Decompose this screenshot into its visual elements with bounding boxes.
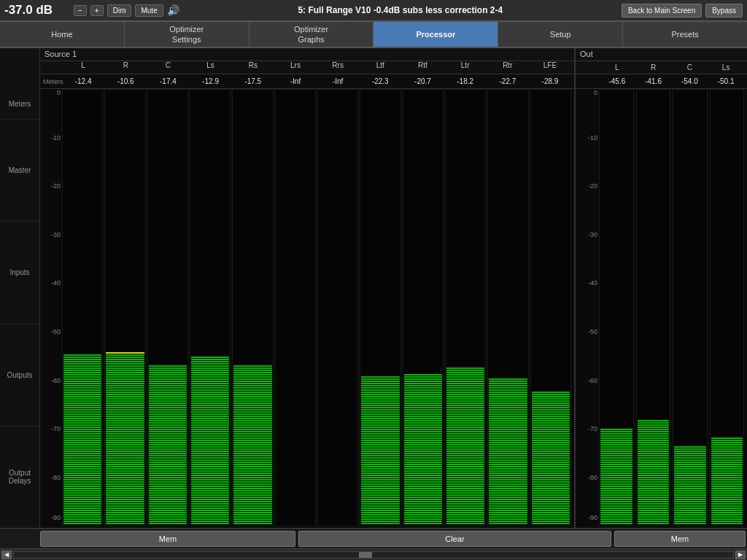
scroll-right-arrow[interactable]: ▶ [735, 551, 746, 559]
meter-bar [445, 89, 486, 526]
val-Rrs: -Inf [317, 77, 359, 85]
increase-db-button[interactable]: + [90, 5, 104, 16]
meter-bar [599, 89, 634, 526]
scrollbar[interactable]: ◀ ▶ [0, 548, 747, 560]
out-section: Out L R C Ls -45.6 -41.6 [576, 48, 747, 528]
ch-Rrs: Rrs [317, 61, 359, 74]
out-val-R: -41.6 [635, 77, 672, 85]
meter-bar [190, 89, 231, 526]
tab-optimizer-settings[interactable]: OptimizerSettings [125, 22, 249, 47]
output-delays-label: OutputDelays [0, 427, 39, 528]
preset-title: 5: Full Range V10 -0.4dB subs less corre… [183, 5, 618, 15]
out-val-L: -45.6 [599, 77, 635, 85]
scroll-thumb[interactable] [359, 552, 372, 558]
clear-button[interactable]: Clear [298, 531, 611, 547]
val-C: -17.4 [147, 77, 189, 85]
out-meters-grid [599, 89, 744, 526]
meter-bar [104, 89, 145, 526]
out-header: Out [576, 48, 747, 61]
meter-bar [636, 89, 671, 526]
tab-optimizer-graphs[interactable]: OptimizerGraphs [249, 22, 374, 47]
db-display: -37.0 dB [4, 3, 70, 18]
val-LFE: -28.9 [529, 77, 571, 85]
out-ch-Ls: Ls [708, 63, 744, 71]
val-Ltr: -18.2 [444, 77, 487, 85]
meter-bar [487, 89, 528, 526]
val-Ltf: -22.3 [359, 77, 401, 85]
ch-Ltr: Ltr [444, 61, 487, 74]
val-L: -12.4 [62, 77, 104, 85]
outputs-label: Outputs [0, 324, 39, 427]
source-section: Source 1 L R C Ls Rs Lrs Rrs Ltf Rtf Ltr [40, 48, 576, 528]
val-Rs: -17.5 [232, 77, 274, 85]
val-Lrs: -Inf [274, 77, 317, 85]
ch-Rtr: Rtr [487, 61, 529, 74]
meter-bar [403, 89, 444, 526]
val-Ls: -12.9 [190, 77, 232, 85]
out-meter-bars: 0 -10 -20 -30 -40 -50 -60 -70 -80 -90 [576, 89, 747, 528]
source-header: Source 1 [40, 48, 574, 61]
meter-bar [530, 89, 571, 526]
source-channel-labels: L R C Ls Rs Lrs Rrs Ltf Rtf Ltr Rtr LFE [40, 61, 574, 74]
val-Rtf: -20.7 [401, 77, 444, 85]
out-values: -45.6 -41.6 -54.0 -50.1 [576, 74, 747, 89]
meter-bar [62, 89, 103, 526]
source-scale: 0 -10 -20 -30 -40 -50 -60 -70 -80 -90 [43, 89, 62, 526]
bottom-buttons-bar: Mem Clear Mem [0, 528, 747, 548]
out-scale: 0 -10 -20 -30 -40 -50 -60 -70 -80 -90 [578, 89, 599, 526]
meter-bar [673, 89, 708, 526]
back-to-main-button[interactable]: Back to Main Screen [622, 4, 702, 18]
meters-label: Meters [0, 89, 39, 120]
decrease-db-button[interactable]: − [74, 5, 87, 16]
tab-presets[interactable]: Presets [623, 22, 747, 47]
bypass-button[interactable]: Bypass [705, 4, 743, 18]
ch-C: C [147, 61, 189, 74]
meter-bar [360, 89, 400, 526]
out-ch-C: C [672, 63, 708, 71]
out-val-C: -54.0 [672, 77, 708, 85]
master-label: Master [0, 120, 39, 222]
inputs-label: Inputs [0, 222, 39, 324]
source-meters-grid [62, 89, 571, 526]
ch-L: L [62, 61, 104, 74]
mem-left-button[interactable]: Mem [40, 531, 295, 547]
out-ch-L: L [599, 63, 635, 71]
ch-Ltf: Ltf [359, 61, 401, 74]
val-Rtr: -22.7 [487, 77, 529, 85]
dim-button[interactable]: Dim [107, 4, 132, 17]
tab-home[interactable]: Home [0, 22, 125, 47]
volume-icon: 🔊 [167, 4, 179, 16]
source-meter-bars: 0 -10 -20 -30 -40 -50 -60 -70 -80 -90 [40, 89, 574, 528]
meter-bar [710, 89, 745, 526]
out-val-Ls: -50.1 [708, 77, 744, 85]
main-content: Meters Master Inputs Outputs OutputDelay… [0, 48, 747, 560]
ch-Rs: Rs [232, 61, 274, 74]
mem-right-button[interactable]: Mem [614, 531, 746, 547]
ch-LFE: LFE [529, 61, 571, 74]
tab-setup[interactable]: Setup [498, 22, 623, 47]
val-R: -10.6 [104, 77, 147, 85]
out-channel-labels: L R C Ls [576, 61, 747, 74]
scroll-track[interactable] [13, 551, 734, 559]
side-labels: Meters Master Inputs Outputs OutputDelay… [0, 48, 40, 528]
header-bar: -37.0 dB − + Dim Mute 🔊 5: Full Range V1… [0, 0, 747, 22]
tab-processor[interactable]: Processor [374, 22, 498, 47]
ch-Ls: Ls [190, 61, 232, 74]
meter-bar [275, 89, 316, 526]
navigation-bar: Home OptimizerSettings OptimizerGraphs P… [0, 22, 747, 48]
mute-button[interactable]: Mute [135, 4, 163, 17]
meter-bar [232, 89, 273, 526]
ch-Lrs: Lrs [274, 61, 317, 74]
ch-R: R [104, 61, 147, 74]
meter-bar [147, 89, 188, 526]
meter-bar [317, 89, 358, 526]
out-ch-R: R [635, 63, 672, 71]
scroll-left-arrow[interactable]: ◀ [1, 551, 12, 559]
ch-Rtf: Rtf [401, 61, 444, 74]
source-values: Meters -12.4 -10.6 -17.4 -12.9 -17.5 -In… [40, 74, 574, 89]
